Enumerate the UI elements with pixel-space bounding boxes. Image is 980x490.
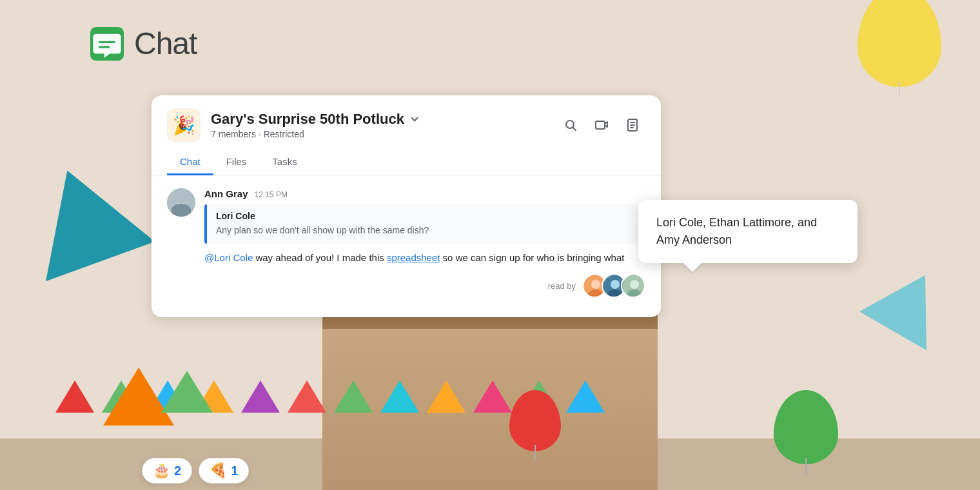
spreadsheet-link[interactable]: spreadsheet bbox=[387, 252, 440, 263]
blue-triangle-left bbox=[13, 151, 155, 282]
reaction-pizza-emoji: 🍕 bbox=[210, 462, 227, 479]
svg-point-13 bbox=[611, 280, 620, 289]
chevron-down-icon[interactable] bbox=[408, 113, 421, 126]
group-meta: 7 members · Restricted bbox=[211, 129, 421, 139]
reaction-cake-count: 2 bbox=[174, 464, 181, 478]
svg-rect-2 bbox=[99, 46, 110, 48]
tab-bar: Chat Files Tasks bbox=[152, 150, 661, 175]
quote-block: Lori Cole Any plan so we don't all show … bbox=[204, 204, 645, 244]
group-name[interactable]: Gary's Surprise 50th Potluck bbox=[211, 111, 421, 128]
bunting-tri-pink bbox=[473, 380, 512, 413]
bunting-tri-red bbox=[55, 380, 94, 413]
svg-point-16 bbox=[630, 280, 639, 289]
svg-point-7 bbox=[176, 194, 186, 204]
bunting-tri-purple bbox=[241, 380, 280, 413]
read-by-label: read by bbox=[548, 281, 576, 291]
bunting-tri-orange2 bbox=[427, 380, 466, 413]
bunting-tri-green2 bbox=[334, 380, 373, 413]
message-text-mid: way ahead of you! I made this bbox=[253, 252, 387, 263]
tab-tasks[interactable]: Tasks bbox=[259, 150, 309, 175]
chat-panel: 🎉 Gary's Surprise 50th Potluck 7 members… bbox=[152, 95, 661, 317]
group-info: Gary's Surprise 50th Potluck 7 members ·… bbox=[211, 111, 421, 139]
reaction-pizza[interactable]: 🍕 1 bbox=[199, 458, 249, 484]
bunting-tri-cyan bbox=[380, 380, 419, 413]
search-button[interactable] bbox=[558, 112, 583, 138]
message-content: Ann Gray 12:15 PM Lori Cole Any plan so … bbox=[204, 188, 645, 266]
group-avatar: 🎉 bbox=[167, 108, 201, 142]
reaction-cake[interactable]: 🎂 2 bbox=[142, 458, 192, 484]
avatar-ann-gray bbox=[167, 188, 195, 217]
tab-chat[interactable]: Chat bbox=[167, 150, 213, 175]
notes-button[interactable] bbox=[620, 112, 645, 138]
mention-lori[interactable]: @Lori Cole bbox=[204, 252, 253, 263]
svg-point-10 bbox=[591, 280, 600, 289]
svg-point-3 bbox=[566, 121, 574, 128]
read-avatars bbox=[582, 273, 645, 298]
quote-text: Any plan so we don't all show up with th… bbox=[216, 224, 636, 237]
reaction-pizza-count: 1 bbox=[231, 464, 238, 478]
tooltip-popup: Lori Cole, Ethan Lattimore, and Amy Ande… bbox=[638, 200, 858, 263]
app-title: Chat bbox=[134, 26, 197, 61]
green-triangle-small bbox=[161, 371, 213, 413]
tab-files[interactable]: Files bbox=[213, 150, 260, 175]
group-name-text: Gary's Surprise 50th Potluck bbox=[211, 111, 404, 128]
app-header: Chat bbox=[90, 26, 197, 61]
svg-rect-4 bbox=[596, 121, 605, 129]
reaction-cake-emoji: 🎂 bbox=[153, 462, 170, 479]
sender-name: Ann Gray bbox=[204, 188, 248, 199]
yellow-balloon bbox=[858, 0, 941, 87]
panel-header-left: 🎉 Gary's Surprise 50th Potluck 7 members… bbox=[167, 108, 421, 142]
message-header: Ann Gray 12:15 PM bbox=[204, 188, 645, 199]
blue-triangle-right bbox=[859, 256, 959, 351]
svg-point-6 bbox=[167, 188, 195, 217]
chat-logo-icon bbox=[90, 27, 124, 61]
read-avatar-amy bbox=[621, 273, 645, 298]
message-time: 12:15 PM bbox=[255, 190, 288, 199]
svg-rect-1 bbox=[99, 41, 115, 43]
message-row: Ann Gray 12:15 PM Lori Cole Any plan so … bbox=[167, 188, 645, 266]
bunting-tri-red2 bbox=[288, 380, 326, 413]
panel-actions bbox=[558, 112, 645, 138]
message-text: @Lori Cole way ahead of you! I made this… bbox=[204, 250, 645, 266]
quote-author: Lori Cole bbox=[216, 211, 636, 221]
panel-header: 🎉 Gary's Surprise 50th Potluck 7 members… bbox=[152, 95, 661, 142]
tooltip-text: Lori Cole, Ethan Lattimore, and Amy Ande… bbox=[656, 216, 817, 246]
messages-area: Ann Gray 12:15 PM Lori Cole Any plan so … bbox=[152, 175, 661, 304]
video-button[interactable] bbox=[589, 112, 614, 138]
read-by-row: read by bbox=[167, 273, 645, 298]
svg-point-8 bbox=[172, 206, 190, 217]
reaction-badges: 🎂 2 🍕 1 bbox=[142, 458, 249, 484]
message-text-end: so we can sign up for who is bringing wh… bbox=[440, 252, 624, 263]
bunting-tri-blue2 bbox=[566, 380, 605, 413]
